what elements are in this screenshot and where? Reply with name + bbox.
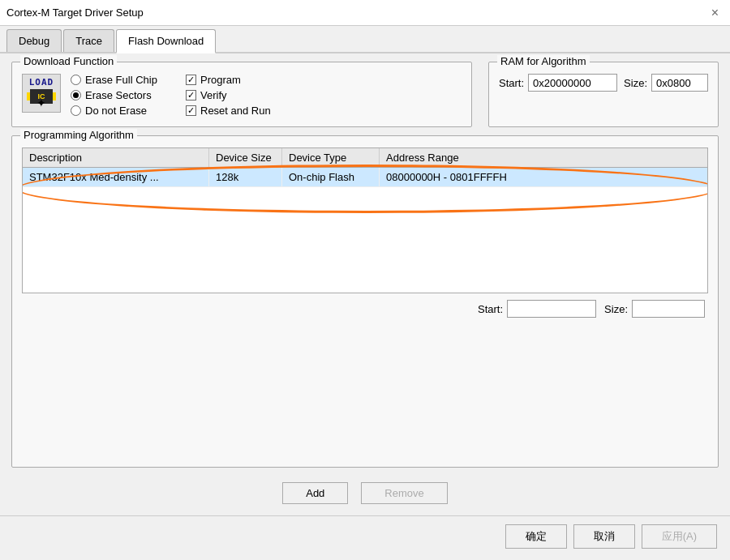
load-spark: ✦	[36, 96, 46, 109]
col-device-size: Device Size	[209, 148, 282, 167]
programming-algorithm-group: Programming Algorithm Description Device…	[11, 135, 719, 468]
ram-algorithm-group: RAM for Algorithm Start: Size:	[488, 62, 719, 127]
algo-size-input[interactable]	[632, 300, 705, 318]
checkbox-box-program	[186, 75, 196, 85]
bottom-fields: Start: Size:	[22, 300, 708, 318]
table-body: STM32F10x Med-density ... 128k On-chip F…	[23, 168, 707, 187]
radio-do-not-erase[interactable]: Do not Erase	[71, 105, 176, 117]
programming-algorithm-label: Programming Algorithm	[20, 129, 137, 141]
algo-size-label: Size:	[604, 303, 628, 315]
ram-start-input[interactable]	[528, 74, 617, 92]
ram-start-field: Start:	[499, 74, 617, 92]
cell-description: STM32F10x Med-density ...	[23, 168, 209, 186]
ram-algorithm-label: RAM for Algorithm	[497, 55, 589, 67]
ram-size-input[interactable]	[651, 74, 708, 92]
tab-debug[interactable]: Debug	[6, 29, 62, 52]
main-content: Download Function LOAD IC ✦ Erase Full C…	[0, 53, 730, 515]
tab-flash-download[interactable]: Flash Download	[116, 29, 216, 53]
radio-circle-do-not-erase	[71, 105, 81, 116]
radio-label-do-not-erase: Do not Erase	[85, 105, 147, 117]
algo-start-field: Start:	[478, 300, 596, 318]
checkbox-label-program: Program	[200, 74, 241, 86]
radio-circle-erase-sectors	[71, 90, 81, 100]
col-description: Description	[23, 148, 209, 167]
confirm-button[interactable]: 确定	[505, 524, 567, 549]
apply-button[interactable]: 应用(A)	[642, 524, 717, 549]
checkbox-label-reset-and-run: Reset and Run	[200, 105, 271, 117]
checkbox-group: Program Verify Reset and Run	[186, 74, 271, 117]
algo-start-label: Start:	[478, 303, 503, 315]
tab-bar: Debug Trace Flash Download	[0, 26, 730, 53]
radio-circle-erase-full-chip	[71, 75, 81, 85]
cell-address-range: 08000000H - 0801FFFFH	[380, 168, 707, 186]
df-inner: LOAD IC ✦ Erase Full Chip Erase Sectors	[22, 74, 462, 117]
radio-erase-sectors[interactable]: Erase Sectors	[71, 89, 176, 101]
col-address-range: Address Range	[380, 148, 707, 167]
table-row[interactable]: STM32F10x Med-density ... 128k On-chip F…	[23, 168, 707, 187]
checkbox-verify[interactable]: Verify	[186, 89, 271, 101]
radio-group: Erase Full Chip Erase Sectors Do not Era…	[71, 74, 176, 117]
ram-row: Start: Size:	[499, 74, 708, 92]
table-header: Description Device Size Device Type Addr…	[23, 148, 707, 168]
algo-start-input[interactable]	[507, 300, 596, 318]
download-function-label: Download Function	[20, 55, 117, 67]
remove-button[interactable]: Remove	[361, 482, 447, 504]
footer: 确定 取消 应用(A)	[0, 515, 730, 560]
button-row: Add Remove	[11, 476, 719, 507]
load-text: LOAD	[29, 77, 54, 88]
close-button[interactable]: ×	[706, 5, 724, 21]
top-row: Download Function LOAD IC ✦ Erase Full C…	[11, 62, 719, 127]
radio-label-erase-full-chip: Erase Full Chip	[85, 74, 157, 86]
algo-size-field: Size:	[604, 300, 705, 318]
checkbox-box-reset-and-run	[186, 105, 196, 116]
checkbox-label-verify: Verify	[200, 89, 227, 101]
col-device-type: Device Type	[282, 148, 380, 167]
add-button[interactable]: Add	[282, 482, 348, 504]
ram-size-field: Size:	[624, 74, 708, 92]
load-icon: LOAD IC ✦	[22, 74, 61, 113]
checkbox-box-verify	[186, 90, 196, 100]
download-function-group: Download Function LOAD IC ✦ Erase Full C…	[11, 62, 472, 127]
checkbox-program[interactable]: Program	[186, 74, 271, 86]
ram-size-label: Size:	[624, 77, 647, 89]
radio-label-erase-sectors: Erase Sectors	[85, 89, 152, 101]
checkbox-reset-and-run[interactable]: Reset and Run	[186, 105, 271, 117]
tab-trace[interactable]: Trace	[63, 29, 114, 52]
programming-table: Description Device Size Device Type Addr…	[22, 147, 708, 293]
cell-device-size: 128k	[209, 168, 282, 186]
window-title: Cortex-M Target Driver Setup	[6, 6, 144, 19]
ram-start-label: Start:	[499, 77, 524, 89]
cell-device-type: On-chip Flash	[282, 168, 380, 186]
title-bar: Cortex-M Target Driver Setup ×	[0, 0, 730, 26]
radio-erase-full-chip[interactable]: Erase Full Chip	[71, 74, 176, 86]
cancel-button[interactable]: 取消	[573, 524, 635, 549]
